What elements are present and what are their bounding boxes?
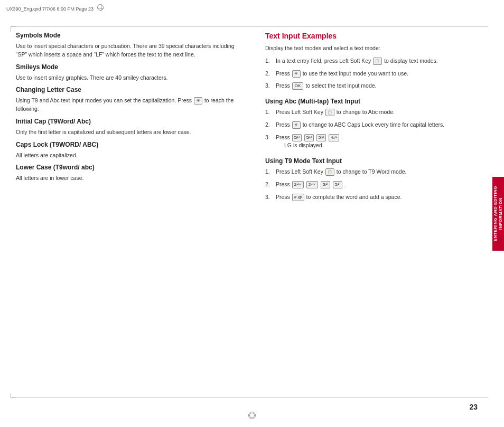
t9-step-num-1: 1. xyxy=(265,168,274,176)
t9-step-2-content: Press 2abc 2abc 5jkl 5jkl . xyxy=(276,181,488,189)
key-5jkl-2-icon: 5jkl xyxy=(304,134,314,141)
caps-lock-text: All letters are capitalized. xyxy=(16,151,239,160)
section-symbols-mode: Symbols Mode Use to insert special chara… xyxy=(16,32,239,59)
right-column: Text Input Examples Display the text mod… xyxy=(260,32,488,406)
corner-tl xyxy=(11,26,16,32)
t9-step-1-content: Press Left Soft Key 📋 to change to T9 Wo… xyxy=(276,168,488,176)
display-steps: 1. In a text entry field, press Left Sof… xyxy=(265,57,488,90)
abc-step-num-3: 3. xyxy=(265,134,274,150)
section-initial-cap: Initial Cap (T9Word/ Abc) Only the first… xyxy=(16,118,239,137)
smileys-mode-title: Smileys Mode xyxy=(16,63,239,71)
left-column: Symbols Mode Use to insert special chara… xyxy=(16,32,249,406)
star-key-icon: ✳ xyxy=(194,97,202,105)
page-header: UX390_Eng.qxd 7/7/06 6:00 PM Page 23 xyxy=(6,4,104,12)
side-tab: ENTERING AND EDITINGINFORMATION xyxy=(492,177,504,251)
abc-step-1-content: Press Left Soft Key 📋 to change to Abc m… xyxy=(276,108,488,117)
section-using-t9: Using T9 Mode Text Input 1. Press Left S… xyxy=(265,157,488,201)
abc-step-1: 1. Press Left Soft Key 📋 to change to Ab… xyxy=(265,108,488,117)
display-step-1: 1. In a text entry field, press Left Sof… xyxy=(265,57,488,65)
header-crosshair-icon xyxy=(98,5,104,11)
corner-bl xyxy=(11,393,16,398)
caps-lock-title: Caps Lock (T9WORD/ ABC) xyxy=(16,141,239,148)
abc-step-2: 2. Press ✳ to change to ABC Caps Lock ev… xyxy=(265,121,488,129)
key-4ghi-icon: 4ghi xyxy=(329,134,339,141)
smileys-mode-text: Use to insert smiley graphics. There are… xyxy=(16,74,239,82)
lower-case-title: Lower Case (T9word/ abc) xyxy=(16,164,239,171)
hash-key-icon: #.@ xyxy=(292,194,304,201)
initial-cap-text: Only the first letter is capitalized and… xyxy=(16,128,239,137)
key-5jkl-3-icon: 5jkl xyxy=(316,134,326,141)
key-2abc-2-icon: 2abc xyxy=(306,181,318,188)
lg-display-text: LG is displayed. xyxy=(284,142,324,148)
step-2-content: Press ✳ to use the text input mode you w… xyxy=(276,70,488,78)
abc-step-3-content: Press 5jkl 5jkl 5jkl 4ghi . LG is displa… xyxy=(276,134,488,150)
key-5jkl-t9-2-icon: 5jkl xyxy=(333,181,342,188)
key-2abc-1-icon: 2abc xyxy=(292,181,304,188)
step-num-1: 1. xyxy=(265,57,274,65)
soft-key-abc-icon: 📋 xyxy=(325,109,334,116)
section-changing-letter-case: Changing Letter Case Using T9 and Abc te… xyxy=(16,86,239,113)
lower-case-text: All letters are in lower case. xyxy=(16,174,239,183)
step-num-3: 3. xyxy=(265,82,274,90)
bottom-circle-icon xyxy=(248,412,256,419)
using-t9-title: Using T9 Mode Text Input xyxy=(265,157,488,165)
display-step-2: 2. Press ✳ to use the text input mode yo… xyxy=(265,70,488,78)
soft-key-1-icon: 📋 xyxy=(373,58,382,65)
t9-step-3-content: Press #.@ to complete the word and add a… xyxy=(276,193,488,202)
intro-text: Display the text modes and select a text… xyxy=(265,44,488,53)
bottom-divider xyxy=(16,397,488,398)
section-caps-lock: Caps Lock (T9WORD/ ABC) All letters are … xyxy=(16,141,239,160)
section-lower-case: Lower Case (T9word/ abc) All letters are… xyxy=(16,164,239,183)
page-number: 23 xyxy=(469,403,478,411)
t9-step-3: 3. Press #.@ to complete the word and ad… xyxy=(265,193,488,202)
abc-step-num-2: 2. xyxy=(265,121,274,129)
abc-step-2-content: Press ✳ to change to ABC Caps Lock every… xyxy=(276,121,488,129)
bottom-circle-inner-icon xyxy=(249,413,255,418)
changing-letter-case-title: Changing Letter Case xyxy=(16,86,239,93)
display-step-3: 3. Press OK to select the text input mod… xyxy=(265,82,488,90)
ok-btn-icon: OK xyxy=(292,82,304,90)
page: UX390_Eng.qxd 7/7/06 6:00 PM Page 23 Sym… xyxy=(0,0,504,427)
t9-step-num-3: 3. xyxy=(265,193,274,202)
symbols-mode-title: Symbols Mode xyxy=(16,32,239,39)
initial-cap-title: Initial Cap (T9Word/ Abc) xyxy=(16,118,239,125)
text-input-examples-title: Text Input Examples xyxy=(265,32,488,40)
main-content: Symbols Mode Use to insert special chara… xyxy=(0,0,504,427)
header-text: UX390_Eng.qxd 7/7/06 6:00 PM Page 23 xyxy=(6,6,94,12)
side-tab-text: ENTERING AND EDITINGINFORMATION xyxy=(493,186,503,241)
key-5jkl-t9-1-icon: 5jkl xyxy=(321,181,330,188)
t9-step-num-2: 2. xyxy=(265,181,274,189)
section-smileys-mode: Smileys Mode Use to insert smiley graphi… xyxy=(16,63,239,82)
t9-step-1: 1. Press Left Soft Key 📋 to change to T9… xyxy=(265,168,488,176)
abc-step-3: 3. Press 5jkl 5jkl 5jkl 4ghi . LG is dis… xyxy=(265,134,488,150)
soft-key-t9-icon: 📋 xyxy=(325,168,334,176)
star-key-abc-icon: ✳ xyxy=(292,121,301,129)
section-using-abc: Using Abc (Multi-tap) Text Input 1. Pres… xyxy=(265,98,488,150)
t9-step-2: 2. Press 2abc 2abc 5jkl 5jkl . xyxy=(265,181,488,189)
changing-letter-case-text: Using T9 and Abc text input modes you ca… xyxy=(16,97,239,113)
abc-step-num-1: 1. xyxy=(265,108,274,117)
step-3-content: Press OK to select the text input mode. xyxy=(276,82,488,90)
step-1-content: In a text entry field, press Left Soft K… xyxy=(276,57,488,65)
symbols-mode-text: Use to insert special characters or punc… xyxy=(16,42,239,59)
top-divider xyxy=(16,26,488,27)
star-key-2-icon: ✳ xyxy=(292,70,301,78)
using-abc-title: Using Abc (Multi-tap) Text Input xyxy=(265,98,488,105)
key-5jkl-1-icon: 5jkl xyxy=(292,134,302,141)
step-num-2: 2. xyxy=(265,70,274,78)
